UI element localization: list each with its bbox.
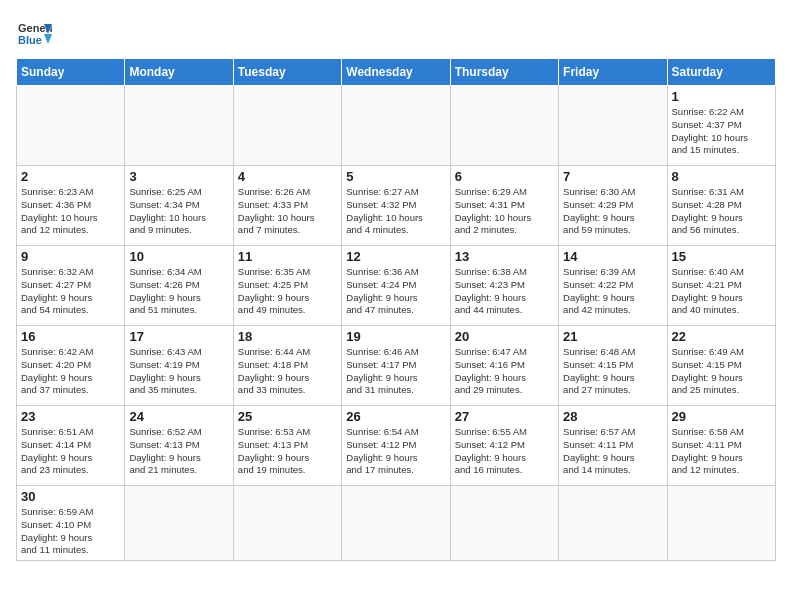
day-info: Sunrise: 6:35 AM Sunset: 4:25 PM Dayligh… xyxy=(238,266,337,317)
day-number: 25 xyxy=(238,409,337,424)
day-number: 6 xyxy=(455,169,554,184)
day-info: Sunrise: 6:42 AM Sunset: 4:20 PM Dayligh… xyxy=(21,346,120,397)
calendar-day-cell: 21Sunrise: 6:48 AM Sunset: 4:15 PM Dayli… xyxy=(559,326,667,406)
weekday-header-row: SundayMondayTuesdayWednesdayThursdayFrid… xyxy=(17,59,776,86)
day-info: Sunrise: 6:44 AM Sunset: 4:18 PM Dayligh… xyxy=(238,346,337,397)
calendar-day-cell: 17Sunrise: 6:43 AM Sunset: 4:19 PM Dayli… xyxy=(125,326,233,406)
day-number: 2 xyxy=(21,169,120,184)
calendar-day-cell: 29Sunrise: 6:58 AM Sunset: 4:11 PM Dayli… xyxy=(667,406,775,486)
day-info: Sunrise: 6:46 AM Sunset: 4:17 PM Dayligh… xyxy=(346,346,445,397)
calendar-day-cell xyxy=(342,86,450,166)
calendar-week-row: 1Sunrise: 6:22 AM Sunset: 4:37 PM Daylig… xyxy=(17,86,776,166)
calendar-day-cell xyxy=(559,86,667,166)
day-number: 22 xyxy=(672,329,771,344)
day-info: Sunrise: 6:31 AM Sunset: 4:28 PM Dayligh… xyxy=(672,186,771,237)
weekday-header-thursday: Thursday xyxy=(450,59,558,86)
calendar-day-cell: 26Sunrise: 6:54 AM Sunset: 4:12 PM Dayli… xyxy=(342,406,450,486)
calendar-day-cell: 6Sunrise: 6:29 AM Sunset: 4:31 PM Daylig… xyxy=(450,166,558,246)
day-info: Sunrise: 6:49 AM Sunset: 4:15 PM Dayligh… xyxy=(672,346,771,397)
day-info: Sunrise: 6:55 AM Sunset: 4:12 PM Dayligh… xyxy=(455,426,554,477)
day-number: 9 xyxy=(21,249,120,264)
calendar-day-cell: 23Sunrise: 6:51 AM Sunset: 4:14 PM Dayli… xyxy=(17,406,125,486)
day-info: Sunrise: 6:40 AM Sunset: 4:21 PM Dayligh… xyxy=(672,266,771,317)
day-info: Sunrise: 6:26 AM Sunset: 4:33 PM Dayligh… xyxy=(238,186,337,237)
calendar-day-cell: 9Sunrise: 6:32 AM Sunset: 4:27 PM Daylig… xyxy=(17,246,125,326)
day-number: 15 xyxy=(672,249,771,264)
calendar-day-cell: 7Sunrise: 6:30 AM Sunset: 4:29 PM Daylig… xyxy=(559,166,667,246)
day-info: Sunrise: 6:38 AM Sunset: 4:23 PM Dayligh… xyxy=(455,266,554,317)
day-number: 8 xyxy=(672,169,771,184)
calendar-day-cell: 25Sunrise: 6:53 AM Sunset: 4:13 PM Dayli… xyxy=(233,406,341,486)
day-info: Sunrise: 6:22 AM Sunset: 4:37 PM Dayligh… xyxy=(672,106,771,157)
day-number: 12 xyxy=(346,249,445,264)
weekday-header-friday: Friday xyxy=(559,59,667,86)
calendar-day-cell: 30Sunrise: 6:59 AM Sunset: 4:10 PM Dayli… xyxy=(17,486,125,561)
day-number: 18 xyxy=(238,329,337,344)
logo-icon: General Blue xyxy=(16,16,52,52)
calendar-day-cell: 3Sunrise: 6:25 AM Sunset: 4:34 PM Daylig… xyxy=(125,166,233,246)
calendar-week-row: 30Sunrise: 6:59 AM Sunset: 4:10 PM Dayli… xyxy=(17,486,776,561)
day-number: 19 xyxy=(346,329,445,344)
calendar-day-cell xyxy=(450,486,558,561)
day-info: Sunrise: 6:23 AM Sunset: 4:36 PM Dayligh… xyxy=(21,186,120,237)
calendar-day-cell: 28Sunrise: 6:57 AM Sunset: 4:11 PM Dayli… xyxy=(559,406,667,486)
calendar-day-cell xyxy=(342,486,450,561)
svg-marker-3 xyxy=(44,34,52,44)
calendar-week-row: 2Sunrise: 6:23 AM Sunset: 4:36 PM Daylig… xyxy=(17,166,776,246)
calendar-day-cell: 19Sunrise: 6:46 AM Sunset: 4:17 PM Dayli… xyxy=(342,326,450,406)
calendar-day-cell xyxy=(233,486,341,561)
calendar-day-cell: 5Sunrise: 6:27 AM Sunset: 4:32 PM Daylig… xyxy=(342,166,450,246)
calendar-day-cell: 15Sunrise: 6:40 AM Sunset: 4:21 PM Dayli… xyxy=(667,246,775,326)
calendar-day-cell: 2Sunrise: 6:23 AM Sunset: 4:36 PM Daylig… xyxy=(17,166,125,246)
day-number: 21 xyxy=(563,329,662,344)
calendar-day-cell: 14Sunrise: 6:39 AM Sunset: 4:22 PM Dayli… xyxy=(559,246,667,326)
day-number: 14 xyxy=(563,249,662,264)
day-number: 3 xyxy=(129,169,228,184)
calendar-day-cell xyxy=(667,486,775,561)
day-number: 10 xyxy=(129,249,228,264)
page-header: General Blue xyxy=(16,16,776,52)
weekday-header-monday: Monday xyxy=(125,59,233,86)
day-info: Sunrise: 6:36 AM Sunset: 4:24 PM Dayligh… xyxy=(346,266,445,317)
weekday-header-wednesday: Wednesday xyxy=(342,59,450,86)
day-info: Sunrise: 6:25 AM Sunset: 4:34 PM Dayligh… xyxy=(129,186,228,237)
day-info: Sunrise: 6:39 AM Sunset: 4:22 PM Dayligh… xyxy=(563,266,662,317)
day-number: 26 xyxy=(346,409,445,424)
calendar-day-cell: 1Sunrise: 6:22 AM Sunset: 4:37 PM Daylig… xyxy=(667,86,775,166)
logo: General Blue xyxy=(16,16,52,52)
calendar-day-cell: 8Sunrise: 6:31 AM Sunset: 4:28 PM Daylig… xyxy=(667,166,775,246)
calendar-week-row: 9Sunrise: 6:32 AM Sunset: 4:27 PM Daylig… xyxy=(17,246,776,326)
calendar-day-cell: 4Sunrise: 6:26 AM Sunset: 4:33 PM Daylig… xyxy=(233,166,341,246)
day-info: Sunrise: 6:29 AM Sunset: 4:31 PM Dayligh… xyxy=(455,186,554,237)
day-number: 30 xyxy=(21,489,120,504)
weekday-header-tuesday: Tuesday xyxy=(233,59,341,86)
day-number: 27 xyxy=(455,409,554,424)
day-info: Sunrise: 6:34 AM Sunset: 4:26 PM Dayligh… xyxy=(129,266,228,317)
calendar-day-cell: 20Sunrise: 6:47 AM Sunset: 4:16 PM Dayli… xyxy=(450,326,558,406)
day-number: 13 xyxy=(455,249,554,264)
calendar-day-cell: 10Sunrise: 6:34 AM Sunset: 4:26 PM Dayli… xyxy=(125,246,233,326)
calendar-day-cell: 13Sunrise: 6:38 AM Sunset: 4:23 PM Dayli… xyxy=(450,246,558,326)
day-info: Sunrise: 6:53 AM Sunset: 4:13 PM Dayligh… xyxy=(238,426,337,477)
calendar-week-row: 23Sunrise: 6:51 AM Sunset: 4:14 PM Dayli… xyxy=(17,406,776,486)
calendar-day-cell xyxy=(125,86,233,166)
calendar-week-row: 16Sunrise: 6:42 AM Sunset: 4:20 PM Dayli… xyxy=(17,326,776,406)
calendar-day-cell: 11Sunrise: 6:35 AM Sunset: 4:25 PM Dayli… xyxy=(233,246,341,326)
calendar-day-cell: 18Sunrise: 6:44 AM Sunset: 4:18 PM Dayli… xyxy=(233,326,341,406)
day-info: Sunrise: 6:59 AM Sunset: 4:10 PM Dayligh… xyxy=(21,506,120,557)
day-info: Sunrise: 6:30 AM Sunset: 4:29 PM Dayligh… xyxy=(563,186,662,237)
calendar-day-cell: 27Sunrise: 6:55 AM Sunset: 4:12 PM Dayli… xyxy=(450,406,558,486)
day-info: Sunrise: 6:27 AM Sunset: 4:32 PM Dayligh… xyxy=(346,186,445,237)
svg-text:Blue: Blue xyxy=(18,34,42,46)
calendar-day-cell xyxy=(125,486,233,561)
calendar-day-cell: 16Sunrise: 6:42 AM Sunset: 4:20 PM Dayli… xyxy=(17,326,125,406)
calendar-day-cell: 22Sunrise: 6:49 AM Sunset: 4:15 PM Dayli… xyxy=(667,326,775,406)
day-info: Sunrise: 6:47 AM Sunset: 4:16 PM Dayligh… xyxy=(455,346,554,397)
calendar-day-cell xyxy=(559,486,667,561)
day-number: 17 xyxy=(129,329,228,344)
day-number: 7 xyxy=(563,169,662,184)
day-info: Sunrise: 6:48 AM Sunset: 4:15 PM Dayligh… xyxy=(563,346,662,397)
calendar-day-cell xyxy=(450,86,558,166)
day-number: 5 xyxy=(346,169,445,184)
day-info: Sunrise: 6:43 AM Sunset: 4:19 PM Dayligh… xyxy=(129,346,228,397)
